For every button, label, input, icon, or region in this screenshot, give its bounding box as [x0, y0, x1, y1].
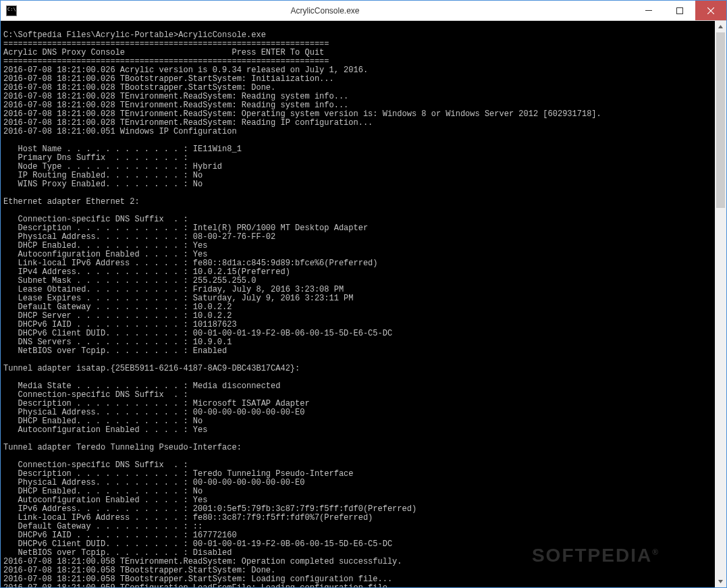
client-area: C:\Softpedia Files\Acrylic-Portable>Acry…: [1, 21, 726, 587]
minimize-button[interactable]: [633, 1, 664, 20]
scroll-up-arrow-icon[interactable]: [715, 21, 726, 32]
console-text: C:\Softpedia Files\Acrylic-Portable>Acry…: [3, 22, 712, 587]
svg-rect-1: [677, 7, 683, 14]
svg-rect-0: [645, 10, 652, 11]
window-controls: [633, 1, 726, 20]
window-title: AcrylicConsole.exe: [17, 6, 633, 16]
console-output[interactable]: C:\Softpedia Files\Acrylic-Portable>Acry…: [1, 21, 715, 587]
scroll-thumb[interactable]: [716, 32, 725, 208]
app-window: AcrylicConsole.exe C:\Softpedia Files\Ac…: [0, 0, 727, 588]
svg-marker-5: [718, 580, 723, 583]
scroll-track[interactable]: [715, 32, 726, 576]
vertical-scrollbar[interactable]: [715, 21, 726, 587]
maximize-button[interactable]: [664, 1, 695, 20]
svg-marker-4: [718, 25, 723, 28]
title-bar[interactable]: AcrylicConsole.exe: [1, 1, 726, 21]
scroll-down-arrow-icon[interactable]: [715, 576, 726, 587]
app-icon: [6, 5, 17, 16]
close-button[interactable]: [695, 1, 726, 20]
